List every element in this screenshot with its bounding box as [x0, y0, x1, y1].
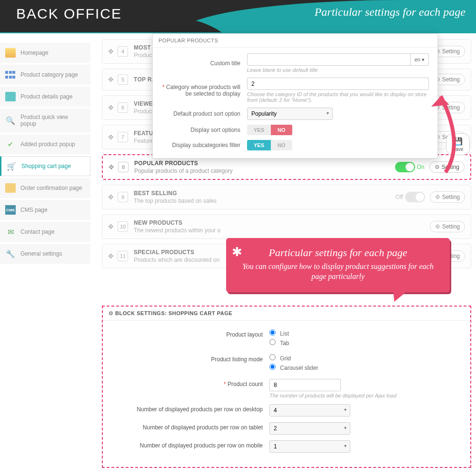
- sidebar: Homepage Product category page Product d…: [0, 33, 90, 476]
- check-icon: ✔: [5, 139, 16, 149]
- callout-bubble: ✱ Particular settings for each page You …: [226, 238, 450, 292]
- listing-mode-label: Product listing mode: [117, 354, 269, 363]
- layout-tab-radio[interactable]: Tab: [269, 339, 456, 347]
- panel-title: POPULAR PRODUCTS: [153, 34, 437, 48]
- sidebar-item-label: General settings: [20, 250, 62, 257]
- callout-tail: [388, 289, 409, 302]
- block-title: NEW PRODUCTS: [134, 219, 430, 226]
- drag-handle-icon[interactable]: ✥: [108, 193, 114, 201]
- search-icon: 🔍: [5, 116, 16, 125]
- category-hint: Choose the category ID of the products t…: [247, 91, 429, 103]
- block-toggle-off[interactable]: Off: [396, 192, 425, 202]
- block-number: 7: [118, 132, 128, 142]
- category-input[interactable]: [247, 78, 429, 90]
- callout-sub: You can configure how to display product…: [238, 262, 438, 282]
- save-button[interactable]: Save: [446, 133, 470, 155]
- display-subcat-label: Display subcategories filter: [161, 142, 247, 149]
- category-label: * Category whose products will be select…: [161, 84, 247, 97]
- block-number: 8: [118, 162, 129, 172]
- product-count-hint: The number of products will be displayed…: [269, 393, 456, 398]
- tablet-row-select[interactable]: 2: [269, 422, 350, 435]
- custom-title-input[interactable]: [247, 53, 411, 66]
- desktop-row-select[interactable]: 4: [269, 404, 350, 416]
- cms-icon: CMS: [5, 205, 16, 215]
- mode-carousel-radio[interactable]: Carousel slider: [269, 364, 456, 371]
- cart-icon: 🛒: [6, 161, 17, 171]
- custom-title-hint: Leave blank to use default title: [247, 67, 429, 73]
- header: BACK OFFICE Particular settings for each…: [0, 0, 476, 32]
- header-subtitle: Particular settings for each page: [315, 6, 466, 19]
- sidebar-item-label: Added product popup: [20, 141, 75, 148]
- drag-handle-icon[interactable]: ✥: [108, 223, 114, 230]
- block-number: 9: [118, 192, 128, 202]
- drag-handle-icon[interactable]: ✥: [109, 163, 114, 171]
- block-title: BEST SELLING: [134, 190, 396, 197]
- drag-handle-icon[interactable]: ✥: [108, 48, 114, 55]
- sidebar-item-label: Product category page: [20, 71, 78, 78]
- sidebar-item-label: CMS page: [20, 207, 48, 213]
- drag-handle-icon[interactable]: ✥: [108, 252, 114, 260]
- sidebar-item-label: Homepage: [20, 50, 49, 56]
- product-layout-label: Product layout: [117, 329, 269, 338]
- sidebar-item-quickview[interactable]: 🔍Product quick view popup: [0, 109, 90, 132]
- mode-grid-radio[interactable]: Grid: [269, 354, 456, 362]
- block-row-10: ✥ 10 NEW PRODUCTSThe newest products wit…: [102, 214, 471, 239]
- display-sort-label: Display sort options: [161, 127, 247, 133]
- sidebar-item-label: Product quick view popup: [20, 114, 85, 127]
- sidebar-item-label: Shopping cart page: [21, 163, 71, 169]
- block-desc: The newest products within your o: [134, 227, 430, 234]
- main-content: POPULAR PRODUCTS Custom title en ▾ Leave…: [90, 33, 476, 476]
- sidebar-item-cms[interactable]: CMSCMS page: [0, 200, 90, 220]
- mobile-row-select[interactable]: 1: [269, 440, 350, 453]
- block-number: 5: [118, 74, 128, 85]
- sidebar-item-general[interactable]: 🔧General settings: [0, 244, 90, 264]
- block-title: POPULAR PRODUCTS: [134, 160, 395, 167]
- sidebar-item-contact[interactable]: ✉Contact page: [0, 222, 90, 242]
- sidebar-item-category[interactable]: Product category page: [0, 65, 90, 85]
- setting-button[interactable]: Setting: [430, 191, 465, 203]
- grid-icon: [5, 70, 16, 79]
- shirt-icon: [5, 92, 16, 101]
- home-icon: [5, 48, 16, 58]
- setting-button[interactable]: Setting: [430, 221, 465, 232]
- display-subcat-toggle[interactable]: YESNO: [247, 140, 292, 150]
- block-toggle-on[interactable]: On: [395, 162, 425, 172]
- sidebar-item-order[interactable]: Order confirmation page: [0, 178, 90, 198]
- sidebar-item-details[interactable]: Product details page: [0, 87, 90, 107]
- drag-handle-icon[interactable]: ✥: [108, 133, 114, 141]
- block-settings-head: BLOCK SETTINGS: SHOPPING CART PAGE: [103, 307, 470, 321]
- block-number: 11: [118, 251, 128, 261]
- drag-handle-icon[interactable]: ✥: [108, 76, 114, 83]
- display-sort-toggle[interactable]: YESNO: [247, 125, 292, 135]
- sidebar-item-label: Product details page: [20, 93, 72, 100]
- sidebar-item-label: Contact page: [20, 228, 54, 235]
- sidebar-item-cart[interactable]: 🛒Shopping cart page: [0, 156, 90, 176]
- callout-title: Particular settings for each page: [238, 247, 438, 259]
- star-icon: ✱: [232, 245, 242, 259]
- sidebar-item-added[interactable]: ✔Added product popup: [0, 134, 90, 154]
- block-desc: Popular products of a product category: [134, 168, 395, 174]
- block-number: 10: [118, 221, 128, 232]
- wrench-icon: 🔧: [5, 249, 16, 258]
- envelope-icon: ✉: [5, 227, 16, 237]
- block-desc: The top products based on sales: [134, 198, 396, 204]
- tablet-row-label: Number of displayed products per row on …: [117, 422, 269, 431]
- product-count-label: * Product count: [117, 379, 269, 387]
- popular-products-settings-panel: POPULAR PRODUCTS Custom title en ▾ Leave…: [152, 33, 438, 159]
- sort-label: Default product sort option: [161, 110, 247, 117]
- clipboard-icon: [5, 183, 16, 193]
- language-dropdown[interactable]: en ▾: [411, 53, 429, 66]
- setting-button[interactable]: Setting: [429, 161, 465, 173]
- block-number: 4: [118, 46, 128, 57]
- custom-title-label: Custom title: [161, 60, 247, 67]
- layout-list-radio[interactable]: List: [269, 329, 456, 337]
- block-settings-panel: BLOCK SETTINGS: SHOPPING CART PAGE Produ…: [102, 306, 471, 468]
- desktop-row-label: Number of displayed products per row on …: [117, 404, 269, 413]
- drag-handle-icon[interactable]: ✥: [108, 104, 114, 111]
- sort-select[interactable]: Popularity: [247, 108, 333, 120]
- sidebar-item-label: Order confirmation page: [20, 185, 82, 191]
- mobile-row-label: Number of displayed products per row on …: [117, 440, 269, 449]
- block-row-9: ✥ 9 BEST SELLINGThe top products based o…: [102, 185, 471, 209]
- sidebar-item-homepage[interactable]: Homepage: [0, 43, 90, 63]
- product-count-input[interactable]: [269, 379, 341, 391]
